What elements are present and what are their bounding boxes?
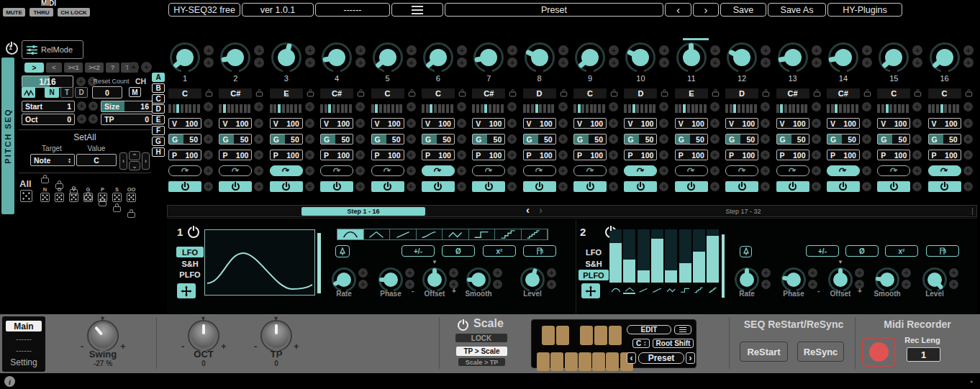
probability-plus-button[interactable]: + xyxy=(204,150,213,160)
octave-bar[interactable] xyxy=(345,104,348,113)
octave-bar[interactable] xyxy=(801,104,804,113)
rate-field[interactable]: 1/16 xyxy=(22,75,73,88)
octave-bar[interactable] xyxy=(877,104,880,113)
slide-plus-button[interactable]: + xyxy=(204,166,213,175)
octave-bar[interactable] xyxy=(493,104,496,113)
slide-button[interactable]: ↷ xyxy=(270,165,303,176)
octave-bar[interactable] xyxy=(375,104,378,113)
oct-knob[interactable] xyxy=(188,320,219,352)
step-knob-dec-button[interactable]: + xyxy=(558,58,568,68)
rate-dec-button[interactable]: + xyxy=(76,77,86,86)
ch-lock-button[interactable]: CH LOCK xyxy=(58,8,90,17)
octave-bar[interactable] xyxy=(219,104,222,113)
step-knob-dec-button[interactable]: + xyxy=(659,58,669,68)
slide-button[interactable]: ↷ xyxy=(827,165,860,176)
step-knob[interactable] xyxy=(423,42,453,73)
target-dropdown[interactable]: Note ▲▼ xyxy=(30,154,75,166)
octave-bar[interactable] xyxy=(776,104,779,113)
slide-button[interactable]: ↷ xyxy=(928,165,961,176)
lfo2-offset-knob[interactable] xyxy=(828,267,853,292)
octave-bar[interactable] xyxy=(699,104,702,113)
octave-bar[interactable] xyxy=(176,104,179,113)
lfo2-level-inc-button[interactable]: + xyxy=(949,268,958,278)
probability-field[interactable]: P100 xyxy=(371,150,404,160)
note-name-field[interactable]: D xyxy=(725,88,758,99)
probability-field[interactable]: P100 xyxy=(675,150,708,160)
probability-plus-button[interactable]: + xyxy=(761,150,770,160)
step-knob-dec-button[interactable]: + xyxy=(710,58,720,68)
pattern-tab-g[interactable]: G xyxy=(152,137,165,146)
octave-bar[interactable] xyxy=(683,104,686,113)
setall-up-button[interactable]: ⌃ xyxy=(129,151,140,160)
lfo2-level-dec-button[interactable]: + xyxy=(949,280,958,289)
velocity-field[interactable]: V100 xyxy=(776,118,809,129)
octave-bar[interactable] xyxy=(632,104,635,113)
step-power-plus-button[interactable]: + xyxy=(912,182,922,191)
gate-plus-button[interactable]: + xyxy=(507,134,517,144)
tp-knob[interactable] xyxy=(260,320,292,352)
reset-count-field[interactable]: 0 xyxy=(92,86,122,99)
step-knob[interactable] xyxy=(778,42,808,73)
step-knob-dec-button[interactable]: + xyxy=(912,58,922,68)
velocity-plus-button[interactable]: + xyxy=(609,119,618,128)
setall-down-button[interactable]: ⌄ xyxy=(129,161,140,170)
octave-bar[interactable] xyxy=(742,104,745,113)
octave-bar[interactable] xyxy=(527,104,530,113)
slide-plus-button[interactable]: + xyxy=(912,166,922,175)
probability-plus-button[interactable]: + xyxy=(407,150,416,160)
octave-bar[interactable] xyxy=(168,104,171,113)
probability-plus-button[interactable]: + xyxy=(912,150,922,160)
slide-plus-button[interactable]: + xyxy=(254,166,263,175)
octave-bar[interactable] xyxy=(594,104,596,113)
tp-to-scale-button[interactable]: TP > Scale xyxy=(456,347,507,356)
octave-bar[interactable] xyxy=(282,104,285,113)
gate-field[interactable]: G50 xyxy=(928,134,961,145)
octave-bar[interactable] xyxy=(679,104,681,113)
all-random-dice-icon[interactable] xyxy=(20,190,32,202)
note-lock-icon[interactable] xyxy=(611,92,617,97)
octave-bar-row[interactable] xyxy=(219,103,252,112)
slide-button[interactable]: ↷ xyxy=(776,165,809,176)
step-power-plus-button[interactable]: + xyxy=(305,182,314,191)
scale-preset-prev-button[interactable]: ‹ xyxy=(627,352,636,364)
octave-bar[interactable] xyxy=(856,104,858,113)
step-knob[interactable] xyxy=(828,42,858,73)
step-knob-inc-button[interactable]: + xyxy=(710,45,720,55)
step-knob-inc-button[interactable]: + xyxy=(761,45,771,55)
pattern-tab-c[interactable]: C xyxy=(152,94,165,104)
probability-field[interactable]: P100 xyxy=(523,150,556,160)
lfo2-rate-knob[interactable] xyxy=(735,267,759,292)
octave-bar[interactable] xyxy=(827,104,830,113)
gate-field[interactable]: G50 xyxy=(573,134,607,145)
octave-bar[interactable] xyxy=(543,104,546,113)
octave-plus-button[interactable]: + xyxy=(659,102,668,111)
probability-plus-button[interactable]: + xyxy=(659,150,668,160)
octave-bar[interactable] xyxy=(430,104,432,113)
black-key[interactable] xyxy=(580,326,593,345)
octave-bar[interactable] xyxy=(738,104,740,113)
note-lock-icon[interactable] xyxy=(358,92,364,97)
octave-bar[interactable] xyxy=(792,104,795,113)
lane-dice-oo-icon[interactable] xyxy=(127,193,136,202)
velocity-field[interactable]: V100 xyxy=(523,118,556,129)
lfo2-smooth-dec-button[interactable]: + xyxy=(902,280,911,289)
lfo2-phase-knob[interactable] xyxy=(781,267,806,292)
step-power-plus-button[interactable]: + xyxy=(254,182,263,191)
step-power-plus-button[interactable]: + xyxy=(862,182,871,191)
step-knob[interactable] xyxy=(727,42,757,73)
step-power-plus-button[interactable]: + xyxy=(457,182,466,191)
lane-dice-v-icon[interactable] xyxy=(69,193,78,202)
octave-bar-row[interactable] xyxy=(725,103,758,112)
velocity-field[interactable]: V100 xyxy=(472,118,505,129)
step-knob-dec-button[interactable]: + xyxy=(761,58,771,68)
lane-dice-n-icon[interactable] xyxy=(40,193,50,202)
octave-bar[interactable] xyxy=(645,104,648,113)
probability-plus-button[interactable]: + xyxy=(457,150,466,160)
octave-bar[interactable] xyxy=(695,104,698,113)
play-mode-backward[interactable]: < xyxy=(46,63,62,73)
octave-bar[interactable] xyxy=(481,104,484,113)
step-knob-inc-button[interactable]: + xyxy=(912,45,922,55)
pattern-tab-a[interactable]: A xyxy=(152,73,165,82)
octave-bar[interactable] xyxy=(839,104,842,113)
note-name-field[interactable]: C# xyxy=(827,88,860,99)
